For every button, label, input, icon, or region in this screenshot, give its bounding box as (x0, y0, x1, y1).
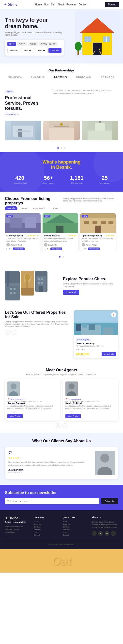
location-field[interactable]: Location ▾ (7, 48, 20, 53)
footer-company-link-5[interactable]: Team (34, 532, 61, 533)
agent-company-1: Company Agents, Country House Real Estat… (7, 400, 58, 402)
footer-company-link-6[interactable]: Contact (34, 534, 61, 536)
agent-card-icons-1: ♡ ↗ ✉ (7, 411, 58, 413)
location-select[interactable]: Location ▾ (9, 49, 18, 52)
testimonial-quote: Not merely or monthly like other sites o… (8, 461, 92, 467)
brand-logo[interactable]: ✦ Divine (4, 3, 17, 6)
cities-title: Explore Popular Cities. (63, 277, 118, 281)
agents-subtitle: Here all you do find 2 great regions or … (5, 373, 118, 376)
stat-label-monthly: Monthly Visit (70, 182, 83, 184)
listing-dot-2[interactable] (62, 256, 64, 258)
view-details-btn-1[interactable]: View Details (13, 248, 25, 250)
next-agent-btn[interactable]: › (62, 423, 67, 428)
tab-rent[interactable]: RENT (17, 42, 27, 46)
footer-company-link-3[interactable]: Services (34, 526, 61, 528)
search-fields: Location ▾ Property Type ▾ Average Price… (7, 48, 61, 53)
listing-desc-2: Aucne brand International educational co… (44, 238, 77, 242)
agent-icon-like-2: ♡ (65, 411, 67, 413)
footer-company-link-2[interactable]: About Us (34, 523, 61, 525)
listing-footer-2: Lucy Smith (44, 243, 77, 246)
property-footer: $450,000 View details (76, 352, 116, 356)
agent-photo-2 (65, 382, 78, 396)
footer-quick-link-2[interactable]: About Us (63, 523, 89, 525)
agent-card-desc-2: A real estate agent is 4 levels set in r… (65, 405, 116, 410)
dot-2[interactable] (61, 147, 62, 149)
footer-company-col: Company Home About Us Services Features … (34, 516, 61, 537)
search-button[interactable]: Search (48, 48, 61, 53)
newsletter-section: Subscribe to our newsletter Subscribe (0, 485, 123, 510)
agent-card-name-1: James Bennett (7, 402, 58, 405)
svg-point-72 (69, 384, 75, 389)
prev-agent-btn[interactable]: ‹ (56, 423, 61, 428)
nav-contact[interactable]: Contact (79, 3, 87, 6)
property-type-select[interactable]: Property Type ▾ (23, 49, 32, 52)
tab-rentals[interactable]: Rentals (5, 206, 17, 210)
nav-about[interactable]: About (58, 3, 64, 6)
average-price-field[interactable]: Average Price ▾ (35, 48, 48, 53)
signup-button[interactable]: Sign up (105, 2, 119, 7)
footer-quick-link-5[interactable]: Team (63, 532, 89, 533)
property-bathrooms: 🚿 3 (81, 348, 85, 350)
view-details-property-btn[interactable]: View details (102, 352, 116, 356)
listing-footer-3: Person Fillbert (82, 243, 114, 246)
for-sale-desc: Buying a bigger home doesn't necessarily… (5, 321, 70, 327)
newsletter-email-input[interactable] (5, 498, 99, 504)
youtube-icon[interactable]: yt (111, 531, 116, 536)
explore-all-button[interactable]: Explore all (63, 290, 79, 295)
view-details-btn-2[interactable]: View Details (50, 248, 62, 250)
tab-apartments[interactable]: Apartments (31, 206, 47, 210)
tab-open-house[interactable]: OPEN HOUSE (39, 42, 58, 46)
tab-houses[interactable]: Houses (48, 206, 61, 210)
about-badge: About (5, 90, 14, 93)
nav-home[interactable]: Home (35, 3, 42, 6)
svg-rect-58 (41, 282, 43, 284)
next-property-btn[interactable]: › (11, 330, 16, 335)
prev-property-btn[interactable]: ‹ (5, 330, 10, 335)
dot-3[interactable] (64, 147, 66, 149)
nav-sell[interactable]: Sell (51, 3, 55, 6)
tab-sold[interactable]: SOLD (28, 42, 38, 46)
footer-quick-link-3[interactable]: Services (63, 526, 89, 528)
testimonial-photo (95, 451, 115, 475)
footer-company-link-4[interactable]: Features (34, 529, 61, 530)
footer-quick-link-1[interactable]: Home (63, 520, 89, 522)
facebook-icon[interactable]: f (92, 531, 97, 536)
stat-num-open: 56+ (42, 175, 54, 181)
svg-point-75 (100, 454, 109, 462)
listing-stars-1: ★★★★★ 5.0 (27, 235, 39, 237)
footer-quick-link-6[interactable]: Contact (63, 534, 89, 536)
nav-features[interactable]: Features (66, 3, 76, 6)
listing-stars-2: ★★★★★ (68, 235, 77, 237)
listing-dot-1[interactable] (59, 256, 61, 258)
view-details-btn-3[interactable]: View Details (88, 248, 100, 250)
nav-buy[interactable]: Buy (44, 3, 48, 6)
city-img-3 (35, 271, 47, 292)
listing-agent-1: Person Fillbert (6, 243, 22, 246)
tab-buy[interactable]: BUY (7, 42, 16, 46)
agent-nav: ‹ › (5, 423, 118, 428)
view-profile-btn-2[interactable]: View Profile (65, 414, 81, 418)
twitter-icon[interactable]: t (98, 531, 103, 536)
learn-more-link[interactable]: Learn More → (5, 113, 49, 116)
svg-rect-65 (89, 324, 95, 330)
footer-social: f t in yt (92, 531, 118, 536)
hero-subtitle: Buying a bigger home doesn't necessarily… (5, 31, 64, 36)
property-card-body: Luxury property Luxury property PO Frame… (74, 335, 118, 358)
footer-company-link-1[interactable]: Home (34, 520, 61, 522)
newsletter-subscribe-btn[interactable]: Subscribe (101, 498, 118, 504)
listing-badge-1: NEW (6, 215, 13, 218)
agent-avatar-1 (6, 243, 10, 246)
property-type-field[interactable]: Property Type ▾ (21, 48, 34, 53)
listings-section: Choose From our listing propertys Buying… (0, 192, 123, 266)
average-price-select[interactable]: Average Price ▾ (37, 49, 46, 52)
view-profile-btn-1[interactable]: View Profile (7, 414, 23, 418)
linkedin-icon[interactable]: in (105, 531, 110, 536)
tab-sales[interactable]: Sales (19, 206, 29, 210)
agents-title: Meet Our Agents (5, 368, 118, 372)
dot-1[interactable] (57, 147, 59, 149)
footer-address: Street 221 Baker StreetNew York City, NY… (5, 525, 31, 534)
footer-quick-link-4[interactable]: Features (63, 529, 89, 530)
city-content: Explore Popular Cities. Buying a bigger … (63, 277, 118, 295)
partner-amadeus: AMADEUS (30, 76, 45, 79)
listing-card-img-1: NEW (5, 213, 41, 233)
